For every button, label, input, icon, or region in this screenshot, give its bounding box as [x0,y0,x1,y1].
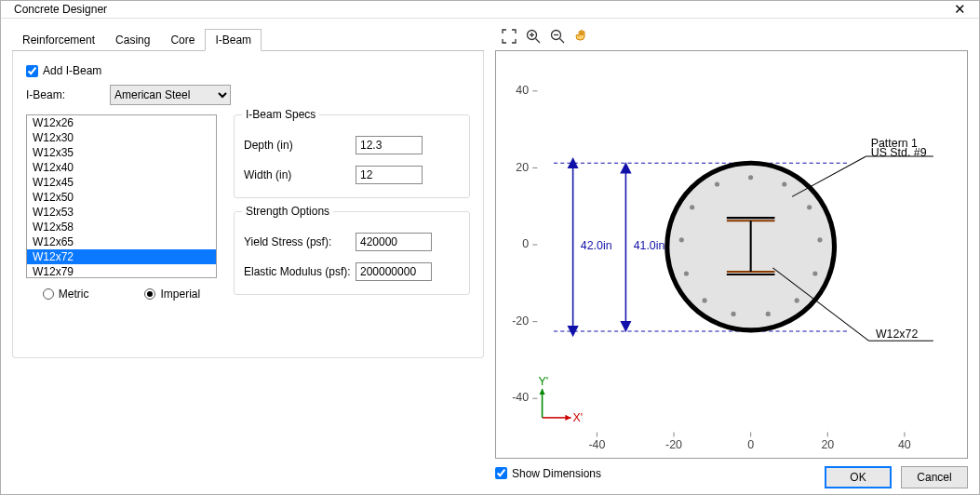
svg-point-42 [679,237,684,242]
svg-point-40 [703,298,707,302]
depth-label: Depth (in) [244,139,356,152]
list-item[interactable]: W12x79 [27,264,216,278]
section-plot[interactable]: 40 20 0 -20 -40 [495,50,968,459]
svg-text:-40: -40 [588,438,605,451]
svg-marker-57 [539,389,544,395]
x-axis-label: X' [573,411,584,424]
pan-icon[interactable] [573,28,590,45]
svg-text:-40: -40 [512,391,529,404]
radio-imperial[interactable]: Imperial [144,288,200,301]
width-label: Width (in) [244,168,356,181]
svg-text:40: 40 [898,438,911,451]
list-item[interactable]: W12x35 [27,145,216,160]
svg-point-44 [715,181,719,186]
callout-ibeam: W12x72 [876,328,919,341]
svg-text:40: 40 [516,84,529,97]
svg-text:0: 0 [747,438,754,451]
specs-legend: I-Beam Specs [242,108,319,121]
strength-legend: Strength Options [242,205,333,218]
svg-text:20: 20 [516,161,529,174]
window-title: Concrete Designer [8,3,948,16]
ibeam-label: I-Beam: [26,88,101,101]
close-icon[interactable]: ✕ [948,1,972,18]
list-item[interactable]: W12x30 [27,130,216,145]
tab-casing[interactable]: Casing [105,29,160,51]
svg-point-32 [748,175,753,180]
callout-rebar: US Std. #9 [871,146,927,159]
zoom-in-icon[interactable] [525,28,542,45]
radio-imperial-label: Imperial [160,288,200,301]
svg-marker-55 [565,415,571,421]
svg-line-5 [560,39,565,44]
svg-point-36 [812,271,817,275]
svg-point-33 [782,181,786,186]
svg-point-35 [817,237,822,242]
add-ibeam-checkbox[interactable] [26,65,38,77]
depth-field[interactable] [356,136,423,154]
dim-outer: 42.0in [581,239,612,252]
radio-metric[interactable]: Metric [43,288,89,301]
svg-line-50 [792,156,866,196]
svg-text:-20: -20 [665,438,682,451]
svg-point-39 [731,312,735,316]
modulus-label: Elastic Modulus (psf): [244,265,356,278]
tab-core[interactable]: Core [160,29,205,51]
svg-point-41 [684,271,689,275]
yield-field[interactable] [356,233,432,251]
svg-point-43 [690,205,694,209]
add-ibeam-label: Add I-Beam [43,64,101,77]
svg-text:0: 0 [522,237,529,250]
radio-metric-label: Metric [59,288,89,301]
list-item[interactable]: W12x65 [27,234,216,249]
list-item[interactable]: W12x53 [27,205,216,220]
fit-to-screen-icon[interactable] [501,28,517,45]
zoom-out-icon[interactable] [549,28,566,45]
list-item-selected[interactable]: W12x72 [27,249,216,264]
yield-label: Yield Stress (psf): [244,235,356,248]
list-item[interactable]: W12x26 [27,115,216,130]
ok-button[interactable]: OK [825,466,892,488]
svg-point-34 [807,205,812,209]
modulus-field[interactable] [356,262,432,281]
list-item[interactable]: W12x40 [27,160,216,175]
cancel-button[interactable]: Cancel [901,466,968,488]
show-dimensions-label: Show Dimensions [512,467,601,480]
tab-ibeam[interactable]: I-Beam [205,29,262,51]
svg-text:-20: -20 [512,314,529,328]
list-item[interactable]: W12x45 [27,175,216,190]
show-dimensions-checkbox[interactable] [495,467,507,479]
list-item[interactable]: W12x50 [27,190,216,205]
svg-line-1 [536,39,541,44]
width-field[interactable] [356,166,423,184]
y-axis-label: Y' [538,375,548,388]
beam-listbox[interactable]: W12x26 W12x30 W12x35 W12x40 W12x45 W12x5… [26,114,217,278]
ibeam-select[interactable]: American Steel [110,85,231,105]
svg-point-37 [795,298,799,302]
dim-inner: 41.0in [634,239,665,252]
list-item[interactable]: W12x58 [27,220,216,234]
svg-point-38 [766,312,771,316]
tab-reinforcement[interactable]: Reinforcement [12,29,105,51]
svg-text:20: 20 [821,438,834,451]
